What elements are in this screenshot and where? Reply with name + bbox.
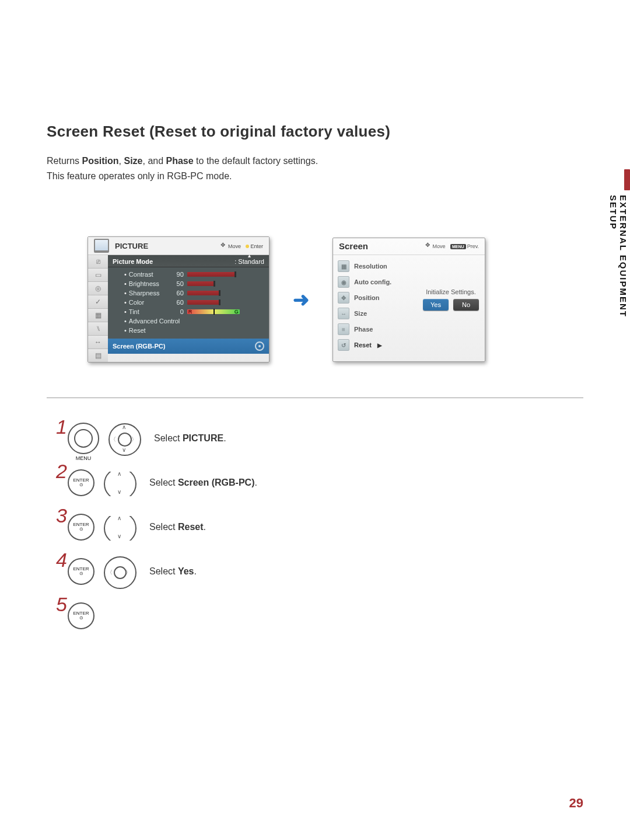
enter-button-icon: ENTER⊙: [68, 558, 94, 585]
resolution-icon: ▦: [338, 260, 349, 272]
sidebar-tab-4[interactable]: ✓: [88, 295, 108, 309]
step-bold: Screen (RGB-PC): [178, 477, 255, 487]
intro-sep2: , and: [142, 156, 166, 166]
intro-line-1: Returns Position, Size, and Phase to the…: [47, 154, 583, 169]
setting-row-sharpness[interactable]: •Sharpness60: [108, 288, 269, 298]
screen-item-phase[interactable]: ≡Phase: [338, 322, 480, 337]
picture-footer-screen[interactable]: Screen (RGB-PC): [108, 339, 269, 354]
screen-item-resolution[interactable]: ▦Resolution: [338, 259, 480, 274]
step-bold: Yes: [178, 566, 194, 576]
monitor-icon: [94, 239, 109, 253]
slider-bar: [187, 272, 235, 277]
picture-menu-panel: PICTURE Move Enter ⎚ ▭ ◎ ✓ ▦ ⑊ ↔ ▤: [88, 236, 270, 363]
step-pre: Select: [154, 433, 183, 443]
step-post: .: [255, 477, 257, 487]
sidebar-tab-2[interactable]: ▭: [88, 269, 108, 282]
menu-badge: MENU: [450, 244, 466, 249]
screen-item-label: Reset: [354, 341, 372, 348]
dpad-updown-icon: ∧∨: [104, 516, 134, 538]
intro-suffix: to the default factory settings.: [194, 156, 318, 166]
popup-title: Initialize Settings.: [423, 288, 479, 295]
screen-submenu-header: Screen Move MENUPrev.: [333, 238, 485, 255]
enter-button-icon: ENTER⊙: [68, 469, 94, 496]
setting-row-advanced[interactable]: •Advanced Control: [108, 316, 269, 326]
step-3: 3 ENTER⊙ ∧∨ Select Reset.: [52, 510, 583, 544]
enter-button-label: ENTER⊙: [73, 522, 89, 532]
step-2-text: Select Screen (RGB-PC).: [149, 477, 257, 488]
setting-num: 90: [170, 271, 184, 278]
sidebar-tab-5[interactable]: ▦: [88, 309, 108, 322]
arrow-right-icon: ➜: [293, 288, 309, 311]
sidebar-tab-3[interactable]: ◎: [88, 282, 108, 295]
yes-button[interactable]: Yes: [423, 299, 449, 311]
step-post: .: [204, 522, 206, 532]
step-post: .: [223, 433, 226, 443]
screen-header-hint: Move MENUPrev.: [424, 243, 480, 249]
screen-item-autoconfig[interactable]: ◉Auto config.: [338, 274, 480, 290]
steps-list: 1 MENU ∧∨ 〈〉 Select PICTURE. 2 ENTER⊙ ∧∨: [52, 421, 583, 633]
setting-row-contrast[interactable]: •Contrast90: [108, 270, 269, 279]
sidebar-tab-7[interactable]: ↔: [88, 336, 108, 349]
setting-name: Brightness: [129, 280, 170, 287]
picture-mode-label: Picture Mode: [113, 258, 153, 265]
menu-button-label: MENU: [76, 455, 92, 461]
step-number: 1: [56, 416, 66, 438]
autoconfig-icon: ◉: [338, 276, 349, 288]
intro-b1: Position: [82, 156, 118, 166]
setting-num: 60: [170, 299, 184, 306]
slider-bar: [187, 300, 219, 305]
menu-button-icon: MENU: [68, 423, 99, 454]
enter-button-label: ENTER⊙: [73, 478, 89, 487]
step-2: 2 ENTER⊙ ∧∨ Select Screen (RGB-PC).: [52, 466, 583, 500]
picture-menu-body: ⎚ ▭ ◎ ✓ ▦ ⑊ ↔ ▤ Picture Mode ▴ : Standar…: [88, 255, 269, 362]
move-icon: [425, 243, 431, 249]
setting-row-reset[interactable]: •Reset: [108, 326, 269, 335]
setting-name: Color: [129, 299, 170, 306]
figure-row: PICTURE Move Enter ⎚ ▭ ◎ ✓ ▦ ⑊ ↔ ▤: [88, 236, 583, 363]
step-number: 4: [56, 549, 66, 571]
sidebar-tab-1[interactable]: ⎚: [88, 255, 108, 269]
picture-main: Picture Mode ▴ : Standard •Contrast90 •B…: [108, 255, 269, 362]
setting-row-brightness[interactable]: •Brightness50: [108, 279, 269, 288]
setting-row-color[interactable]: •Color60: [108, 298, 269, 307]
size-icon: ↔: [338, 308, 349, 319]
screen-item-reset[interactable]: ↺Reset▶: [338, 337, 480, 353]
step-number: 5: [56, 593, 66, 616]
dpad-all-icon: ∧∨ 〈〉: [108, 423, 139, 454]
tint-bar: RG: [187, 309, 240, 314]
intro-b3: Phase: [166, 156, 194, 166]
setting-reset: Reset: [129, 327, 146, 334]
dpad-leftright-icon: 〈〉: [104, 556, 134, 587]
enter-button-label: ENTER⊙: [73, 611, 89, 621]
screen-submenu-panel: Screen Move MENUPrev. ▦Resolution ◉Auto …: [332, 238, 485, 362]
picture-mode-row[interactable]: Picture Mode ▴ : Standard: [108, 255, 269, 267]
step-4: 4 ENTER⊙ 〈〉 Select Yes.: [52, 555, 583, 588]
step-number: 3: [56, 504, 66, 527]
reset-icon: ↺: [338, 339, 349, 351]
no-button[interactable]: No: [453, 299, 479, 311]
intro-prefix: Returns: [47, 156, 82, 166]
setting-advanced: Advanced Control: [129, 318, 180, 325]
step-5: 5 ENTER⊙: [52, 599, 583, 633]
picture-mode-value: ▴ : Standard: [235, 258, 264, 265]
screen-item-label: Phase: [354, 326, 373, 333]
chevron-right-icon: ▶: [377, 342, 382, 348]
enter-button-icon: ENTER⊙: [68, 514, 94, 541]
setting-row-tint[interactable]: •Tint0RG: [108, 307, 269, 316]
setting-num: 0: [170, 308, 184, 315]
step-pre: Select: [149, 477, 178, 487]
step-pre: Select: [149, 522, 178, 532]
page-number: 29: [569, 796, 583, 811]
screen-item-label: Size: [354, 310, 367, 317]
sidebar-tab-6[interactable]: ⑊: [88, 322, 108, 336]
enter-button-icon: ENTER⊙: [68, 602, 94, 629]
setting-name: Contrast: [129, 271, 170, 278]
sidebar-tab-8[interactable]: ▤: [88, 349, 108, 362]
step-number: 2: [56, 460, 66, 483]
screen-hint-prev: Prev.: [467, 243, 479, 249]
screen-submenu-title: Screen: [339, 241, 424, 251]
screen-item-label: Resolution: [354, 263, 387, 270]
picture-hint-enter: Enter: [250, 243, 263, 249]
step-1-text: Select PICTURE.: [154, 433, 226, 444]
picture-hint-move: Move: [228, 243, 241, 249]
